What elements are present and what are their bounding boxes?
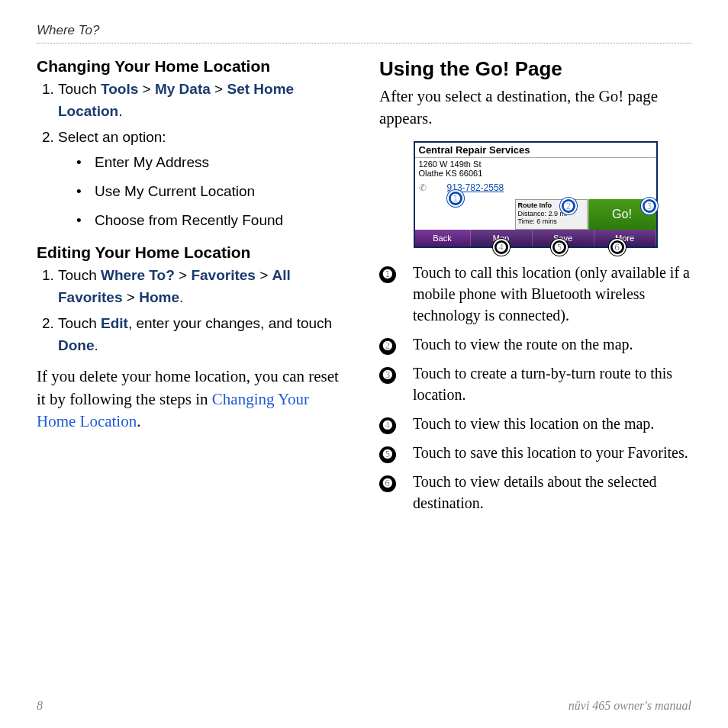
- callout-1: ➊: [447, 190, 464, 207]
- device-address-line: 1260 W 149th St: [419, 159, 652, 169]
- step: Touch Where To? > Favorites > All Favori…: [58, 265, 349, 308]
- device-address-line: Olathe KS 66061: [419, 169, 652, 178]
- text: Touch: [58, 315, 101, 331]
- step: Touch Tools > My Data > Set Home Locatio…: [58, 79, 349, 122]
- text: , enter your changes, and touch: [128, 315, 332, 331]
- legend-marker: ➋: [379, 338, 396, 355]
- legend-text: Touch to create a turn-by-turn route to …: [413, 362, 691, 405]
- device-title: Central Repair Services: [415, 143, 656, 158]
- nav-item: Edit: [101, 315, 128, 331]
- text: Time: 6 mins: [518, 217, 585, 226]
- step: Touch Edit, enter your changes, and touc…: [58, 313, 349, 356]
- callout-6: ➏: [609, 239, 626, 256]
- text: .: [95, 337, 98, 353]
- chapter-header: Where To?: [37, 23, 691, 43]
- nav-item: Favorites: [191, 267, 255, 283]
- heading-go-page: Using the Go! Page: [379, 57, 691, 81]
- legend-text: Touch to call this location (only availa…: [413, 262, 691, 326]
- back-button[interactable]: Back: [415, 230, 471, 246]
- legend-marker: ➍: [379, 417, 396, 434]
- callout-4: ➍: [493, 239, 510, 256]
- nav-item: Tools: [101, 81, 138, 97]
- text: Touch: [58, 81, 101, 97]
- paragraph: If you delete your home location, you ca…: [37, 366, 349, 433]
- callout-2: ➋: [560, 198, 577, 214]
- nav-item: Done: [58, 337, 95, 353]
- nav-item: Home: [139, 289, 179, 305]
- bullet: Use My Current Location: [76, 179, 349, 204]
- text: Touch: [58, 267, 101, 283]
- legend-marker: ➊: [379, 266, 396, 283]
- device-screenshot: Central Repair Services 1260 W 149th St …: [414, 141, 658, 248]
- legend-text: Touch to view the route on the map.: [413, 333, 691, 355]
- callout-3: ➌: [641, 198, 658, 214]
- legend-text: Touch to view this location on the map.: [413, 413, 691, 434]
- text: .: [137, 412, 140, 430]
- page-number: 8: [37, 699, 43, 713]
- nav-item: My Data: [155, 81, 211, 97]
- step: Select an option: Enter My Address Use M…: [58, 127, 349, 233]
- bullet: Choose from Recently Found: [76, 208, 349, 233]
- legend: ➊Touch to call this location (only avail…: [379, 262, 691, 514]
- legend-marker: ➏: [379, 475, 396, 492]
- legend-text: Touch to save this location to your Favo…: [413, 442, 691, 463]
- intro-text: After you select a destination, the Go! …: [379, 85, 691, 130]
- text: Select an option:: [58, 129, 166, 145]
- nav-item: Where To?: [101, 267, 175, 283]
- bullet: Enter My Address: [76, 150, 349, 175]
- left-column: Changing Your Home Location Touch Tools …: [37, 57, 349, 521]
- legend-text: Touch to view details about the selected…: [413, 471, 691, 514]
- callout-5: ➎: [551, 239, 568, 256]
- phone-icon: ✆: [419, 182, 427, 193]
- book-title: nüvi 465 owner's manual: [569, 699, 691, 713]
- legend-marker: ➌: [379, 367, 396, 384]
- right-column: Using the Go! Page After you select a de…: [379, 57, 691, 521]
- heading-change-home: Changing Your Home Location: [37, 57, 349, 76]
- legend-marker: ➎: [379, 446, 396, 463]
- heading-edit-home: Editing Your Home Location: [37, 243, 349, 262]
